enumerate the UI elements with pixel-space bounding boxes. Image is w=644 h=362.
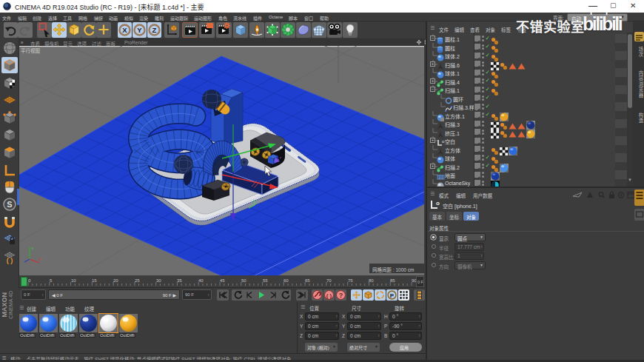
svg-text:X: X xyxy=(38,257,41,261)
svg-text:P: P xyxy=(390,292,395,299)
svg-text:Z: Z xyxy=(152,26,157,34)
svg-text:S: S xyxy=(7,200,12,209)
svg-text:( ): ( ) xyxy=(7,257,13,264)
svg-text:Y: Y xyxy=(137,26,142,34)
svg-text:( ): ( ) xyxy=(326,292,332,299)
svg-text:X: X xyxy=(122,26,127,34)
svg-text:?: ? xyxy=(339,292,343,299)
svg-text:o: o xyxy=(436,200,440,207)
svg-text:Y: Y xyxy=(31,247,34,251)
